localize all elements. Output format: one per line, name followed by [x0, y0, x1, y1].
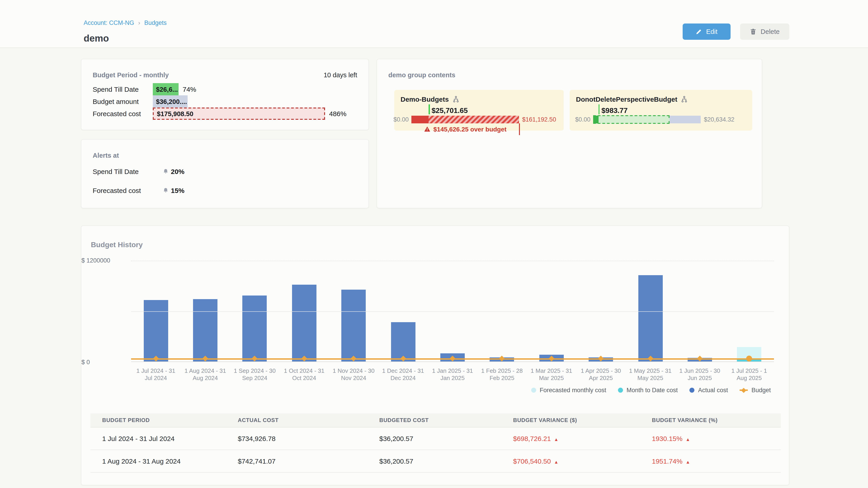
- bell-icon: [163, 188, 168, 193]
- cell-actual: $734,926.78: [226, 435, 368, 442]
- edit-button[interactable]: Edit: [683, 24, 731, 40]
- legend-swatch-icon: [618, 388, 623, 393]
- bar-max-label: $161,192.50: [522, 116, 556, 123]
- bar-min-label: $0.00: [393, 116, 409, 123]
- budget-history-title: Budget History: [91, 241, 143, 249]
- over-budget-line: [519, 123, 520, 135]
- gridline-top: [131, 261, 774, 261]
- chart-bar-actual: [193, 299, 217, 362]
- y-axis-zero-label: $ 0: [81, 359, 127, 365]
- legend-item[interactable]: Budget: [740, 387, 771, 394]
- delete-button-label: Delete: [761, 28, 780, 35]
- budget-amount-bar: $36,200....: [153, 95, 188, 107]
- budget-history-chart: $ 1200000 $ 0: [131, 261, 774, 362]
- alert-label: Forecasted cost: [93, 187, 163, 194]
- pencil-icon: [696, 29, 702, 35]
- chart-bar-actual: [144, 300, 168, 362]
- legend-swatch-icon: [689, 388, 694, 393]
- breadcrumb-account-link[interactable]: Account: CCM-NG: [84, 20, 134, 26]
- budget-period-title: Budget Period - monthly: [93, 71, 169, 78]
- budget-progress-bar: $0.00 $25,701.65 $161,192.50 $145,626.25…: [411, 116, 519, 123]
- col-budget-variance-usd: BUDGET VARIANCE ($): [501, 417, 640, 423]
- spend-marker: $25,701.65: [429, 104, 468, 114]
- up-arrow-icon: ▲: [554, 459, 559, 464]
- legend-label: Forecasted monthly cost: [540, 387, 606, 394]
- spend-value: $983.77: [601, 107, 628, 114]
- cell-budgeted: $36,200.57: [368, 457, 501, 465]
- edit-button-label: Edit: [706, 28, 717, 35]
- breadcrumb-budgets-link[interactable]: Budgets: [144, 20, 166, 26]
- spend-marker: $983.77: [598, 104, 628, 114]
- over-budget-note: $145,626.25 over budget: [411, 126, 519, 133]
- cell-variance-pct: 1930.15%▲: [640, 435, 781, 442]
- x-axis-tick-label: 1 Jul 2025 - 1 Aug 2025: [724, 367, 774, 382]
- x-axis-line: [131, 361, 774, 362]
- x-axis-tick-label: 1 Sep 2024 - 30 Sep 2024: [230, 367, 280, 382]
- spend-tick-icon: [598, 104, 600, 114]
- warning-icon: [424, 126, 430, 132]
- gridline-mid: [131, 311, 774, 312]
- chart-bar-actual: [341, 290, 366, 362]
- budget-progress-bar: $0.00 $983.77 $20,634.32: [593, 116, 701, 123]
- chart-bar-actual: [638, 275, 662, 362]
- x-axis-tick-label: 1 May 2025 - 31 May 2025: [626, 367, 675, 382]
- budget-amount-row: Budget amount $36,200....: [93, 95, 188, 107]
- legend-item[interactable]: Forecasted monthly cost: [531, 387, 606, 394]
- x-axis-tick-label: 1 Oct 2024 - 31 Oct 2024: [279, 367, 329, 382]
- table-header-row: BUDGET PERIOD ACTUAL COST BUDGETED COST …: [90, 414, 781, 427]
- x-axis-tick-label: 1 Jul 2024 - 31 Jul 2024: [131, 367, 181, 382]
- delete-button[interactable]: Delete: [740, 24, 789, 40]
- x-axis-labels: 1 Jul 2024 - 31 Jul 20241 Aug 2024 - 31 …: [131, 367, 774, 382]
- forecasted-cost-row: Forecasted cost $175,908.50 486%: [93, 107, 346, 120]
- cell-variance-pct: 1951.74%▲: [640, 457, 781, 465]
- breadcrumb-separator-icon: ›: [138, 20, 141, 26]
- legend-item[interactable]: Actual cost: [689, 387, 728, 394]
- trash-icon: [750, 29, 756, 35]
- cell-variance-usd: $706,540.50▲: [501, 457, 640, 465]
- table-row: 1 Jul 2024 - 31 Jul 2024 $734,926.78 $36…: [90, 427, 781, 450]
- legend-label: Actual cost: [698, 387, 728, 394]
- chart-legend: Forecasted monthly costMonth to Date cos…: [531, 387, 771, 394]
- alert-row: Spend Till Date 20%: [93, 168, 163, 175]
- x-axis-tick-label: 1 Jun 2025 - 30 Jun 2025: [675, 367, 724, 382]
- x-axis-tick-label: 1 Dec 2024 - 31 Dec 2024: [378, 367, 428, 382]
- actual-spend-segment: [411, 116, 429, 123]
- spend-value: $25,701.65: [432, 107, 468, 114]
- legend-swatch-icon: [531, 388, 536, 393]
- legend-label: Month to Date cost: [627, 387, 678, 394]
- group-contents-card: demo group contents Demo-Budgets $0.00 $…: [377, 59, 762, 208]
- up-arrow-icon: ▲: [554, 437, 559, 442]
- x-axis-tick-label: 1 Apr 2025 - 30 Apr 2025: [576, 367, 626, 382]
- cell-period: 1 Aug 2024 - 31 Aug 2024: [90, 457, 226, 465]
- budget-name: DonotDeletePerspectiveBudget: [576, 95, 677, 103]
- x-axis-tick-label: 1 Nov 2024 - 30 Nov 2024: [329, 367, 378, 382]
- cell-budgeted: $36,200.57: [368, 435, 501, 442]
- alert-threshold: 20%: [171, 168, 184, 175]
- page-title: demo: [84, 33, 109, 44]
- budget-item-demo-budgets[interactable]: Demo-Budgets $0.00 $25,701.65 $161,192.5…: [394, 90, 564, 131]
- legend-item[interactable]: Month to Date cost: [618, 387, 678, 394]
- spend-till-date-bar: $26,6...: [153, 83, 179, 95]
- days-left-label: 10 days left: [324, 71, 357, 78]
- budget-period-card: Budget Period - monthly 10 days left Spe…: [81, 59, 369, 130]
- spend-percent-label: 74%: [183, 86, 196, 93]
- over-budget-text: $145,626.25 over budget: [433, 126, 506, 133]
- budget-item-donotdelete[interactable]: DonotDeletePerspectiveBudget $0.00 $983.…: [569, 90, 752, 131]
- budget-marker-icon: [746, 356, 752, 361]
- bell-icon: [163, 168, 168, 174]
- up-arrow-icon: ▲: [686, 437, 690, 442]
- budget-history-card: Budget History $ 1200000 $ 0 1 Jul 2024 …: [81, 225, 789, 485]
- spend-tick-icon: [429, 104, 430, 114]
- hierarchy-icon[interactable]: [681, 96, 688, 103]
- alert-label: Spend Till Date: [93, 168, 163, 175]
- cell-period: 1 Jul 2024 - 31 Jul 2024: [90, 435, 226, 442]
- budget-history-table: BUDGET PERIOD ACTUAL COST BUDGETED COST …: [90, 414, 781, 473]
- hierarchy-icon[interactable]: [452, 96, 459, 103]
- alerts-card: Alerts at Spend Till Date 20% Forecasted…: [81, 139, 369, 208]
- up-arrow-icon: ▲: [686, 459, 690, 464]
- alert-threshold: 15%: [171, 187, 184, 194]
- row-label: Spend Till Date: [93, 86, 153, 93]
- x-axis-tick-label: 1 Aug 2024 - 31 Aug 2024: [181, 367, 230, 382]
- actual-spend-segment: [593, 116, 598, 123]
- spend-till-date-row: Spend Till Date $26,6... 74%: [93, 83, 196, 95]
